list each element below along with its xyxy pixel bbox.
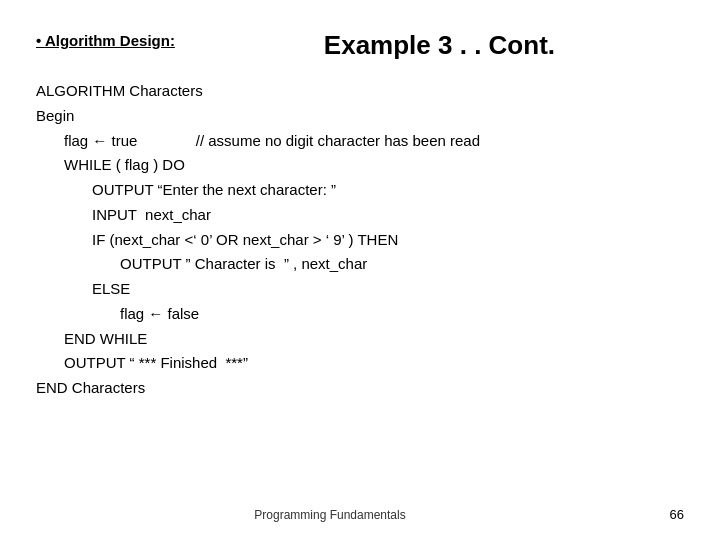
slide-title: Example 3 . . Cont. (195, 30, 684, 61)
header-row: • Algorithm Design: Example 3 . . Cont. (36, 30, 684, 61)
code-line: ALGORITHM Characters (36, 79, 684, 104)
code-line: END Characters (36, 376, 684, 401)
code-line: OUTPUT ” Character is ” , next_char (36, 252, 684, 277)
code-line: OUTPUT “Enter the next character: ” (36, 178, 684, 203)
code-block: ALGORITHM CharactersBeginflag ← true // … (36, 79, 684, 401)
algorithm-design-label: • Algorithm Design: (36, 32, 175, 49)
bullet-dot: • (36, 32, 45, 49)
code-line: flag ← false (36, 302, 684, 327)
code-line: IF (next_char <‘ 0’ OR next_char > ‘ 9’ … (36, 228, 684, 253)
algorithm-design-text: Algorithm Design: (45, 32, 175, 49)
code-line: ELSE (36, 277, 684, 302)
code-line: END WHILE (36, 327, 684, 352)
footer-label: Programming Fundamentals (254, 508, 405, 522)
code-line: Begin (36, 104, 684, 129)
code-line: WHILE ( flag ) DO (36, 153, 684, 178)
code-line: flag ← true // assume no digit character… (36, 129, 684, 154)
footer: Programming Fundamentals 66 (0, 508, 720, 522)
slide-container: • Algorithm Design: Example 3 . . Cont. … (0, 0, 720, 540)
footer-page: 66 (670, 507, 684, 522)
code-line: OUTPUT “ *** Finished ***” (36, 351, 684, 376)
code-line: INPUT next_char (36, 203, 684, 228)
